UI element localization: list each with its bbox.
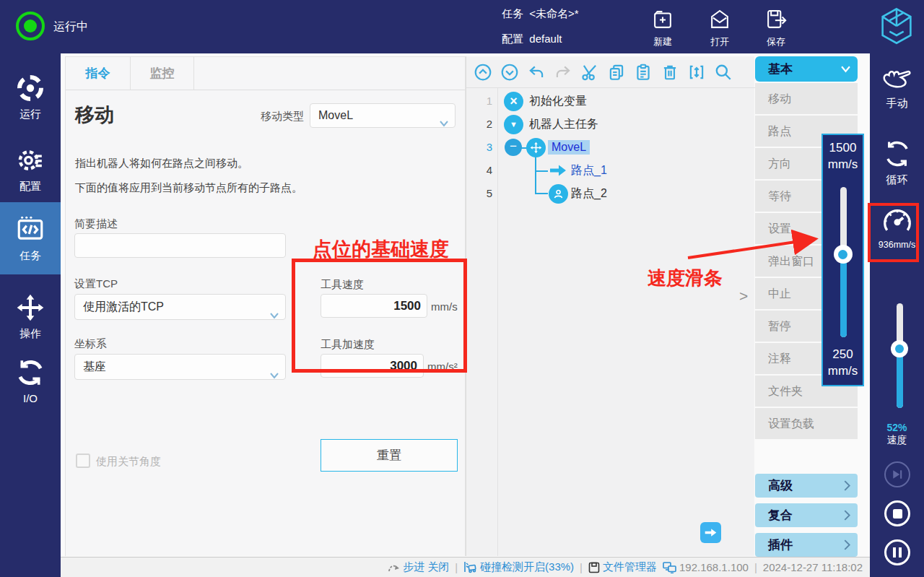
undo-icon[interactable]	[527, 63, 546, 82]
move-type-select[interactable]: MoveL	[310, 103, 456, 128]
popup-slider-thumb[interactable]	[834, 245, 853, 264]
popup-slider-track[interactable]	[840, 187, 847, 337]
sidebar-item-config[interactable]: 配置	[0, 134, 61, 204]
file-manager-link[interactable]: 文件管理器	[588, 560, 657, 574]
tool-acc-input[interactable]	[321, 354, 424, 378]
speed-value-label: 936mm/s	[870, 240, 924, 250]
use-joint-angle-checkbox[interactable]	[76, 454, 90, 468]
delete-icon[interactable]	[661, 63, 679, 82]
line-number: 2	[466, 118, 492, 130]
line-number: 4	[466, 164, 492, 176]
new-task-button[interactable]: 新建	[641, 8, 684, 48]
expand-down-icon[interactable]	[500, 63, 519, 82]
manual-mode-button[interactable]: 手动	[870, 66, 924, 110]
command-group-composite[interactable]: 复合	[755, 503, 858, 527]
search-icon[interactable]	[714, 63, 733, 82]
stop-button[interactable]	[884, 500, 910, 526]
ip-address: 192.168.1.100	[679, 561, 749, 573]
frame-value: 基座	[83, 360, 106, 373]
config-label: 配置	[502, 32, 523, 45]
panel-expand-chevron[interactable]: >	[739, 287, 748, 305]
merge-icon[interactable]	[687, 63, 706, 82]
sidebar-item-label: 操作	[0, 327, 61, 341]
init-variable-icon: ×	[504, 92, 523, 111]
collapse-up-icon[interactable]	[474, 63, 492, 82]
robot-pendant-screen: 运行中 任务 <未命名>* 配置 default 新建 打开	[0, 0, 924, 577]
brief-desc-input[interactable]	[74, 233, 286, 258]
command-group-advanced[interactable]: 高级	[755, 474, 858, 498]
main-task-icon: ▼	[504, 115, 523, 134]
task-code-icon	[15, 234, 45, 246]
popup-min-unit: mm/s	[823, 363, 863, 379]
tcp-select[interactable]: 使用激活的TCP	[74, 294, 286, 320]
run-icon	[16, 92, 45, 105]
step-status-label: 步进 关闭	[403, 560, 449, 574]
cut-icon[interactable]	[580, 63, 599, 82]
command-item-payload[interactable]: 设置负载	[755, 408, 858, 439]
global-speed-slider-thumb[interactable]	[891, 340, 908, 357]
sidebar-item-operate[interactable]: 操作	[0, 282, 61, 351]
command-item-move[interactable]: 移动	[755, 83, 858, 114]
top-bar: 运行中 任务 <未命名>* 配置 default 新建 打开	[0, 0, 924, 53]
tree-row[interactable]: 2 ▼ 机器人主任务	[466, 113, 755, 136]
speed-percent-value: 52%	[870, 422, 924, 433]
datetime: 2024-12-27 11:18:02	[763, 561, 863, 573]
description-line1: 指出机器人将如何在路点之间移动。	[75, 157, 248, 170]
sidebar-item-task[interactable]: 任务	[0, 202, 61, 274]
tree-row-selected[interactable]: 3 − MoveL	[466, 136, 755, 160]
copy-icon[interactable]	[607, 63, 626, 82]
tab-bar: 指令 监控	[66, 57, 465, 90]
redo-icon[interactable]	[554, 63, 572, 82]
step-status[interactable]: 步进 关闭	[388, 560, 449, 574]
tab-monitor[interactable]: 监控	[131, 57, 194, 90]
tree-node-label: 路点_2	[571, 186, 607, 201]
tree-row[interactable]: 5 路点_2	[466, 183, 755, 206]
collision-status[interactable]: 碰撞检测开启(33%)	[463, 560, 574, 574]
global-speed-slider-track[interactable]	[897, 303, 903, 408]
tcp-value: 使用激活的TCP	[83, 300, 164, 313]
save-task-button[interactable]: 保存	[754, 8, 798, 48]
new-task-icon	[651, 21, 674, 33]
new-task-label: 新建	[641, 35, 684, 48]
tree-row[interactable]: 1 × 初始化变量	[466, 90, 755, 113]
manual-mode-label: 手动	[870, 97, 924, 110]
step-button[interactable]	[884, 461, 910, 487]
pause-button[interactable]	[884, 539, 910, 565]
tab-instruction[interactable]: 指令	[66, 57, 131, 90]
chevron-down-icon	[440, 112, 448, 135]
network-icon	[663, 561, 676, 573]
save-task-icon	[764, 21, 788, 33]
chevron-right-icon	[844, 480, 850, 491]
speed-indicator-button[interactable]: 936mm/s	[870, 207, 924, 250]
loop-icon	[882, 159, 912, 171]
tree-row[interactable]: 4 路点_1	[466, 160, 755, 183]
sidebar-item-io[interactable]: I/O	[0, 347, 61, 416]
open-task-label: 打开	[698, 35, 741, 48]
next-page-button[interactable]	[700, 522, 721, 543]
network-status[interactable]: 192.168.1.100	[663, 561, 749, 573]
loop-mode-button[interactable]: 循环	[870, 139, 924, 187]
collision-status-label: 碰撞检测开启(33%)	[480, 560, 574, 574]
frame-select[interactable]: 基座	[74, 354, 286, 380]
chevron-down-icon	[270, 303, 279, 328]
paste-icon[interactable]	[634, 63, 653, 82]
collapse-node-icon[interactable]: −	[505, 139, 522, 156]
sidebar-item-run[interactable]: 运行	[0, 62, 61, 131]
sidebar-item-label: I/O	[0, 392, 61, 404]
page-title: 移动	[75, 102, 114, 128]
reset-button[interactable]: 重置	[321, 439, 458, 472]
step-toggle-icon	[388, 562, 400, 573]
status-bar: 步进 关闭 | 碰撞检测开启(33%) | 文件管理器 192.168.1.10…	[61, 557, 870, 577]
command-group-basic[interactable]: 基本	[755, 56, 858, 82]
popup-max-unit: mm/s	[823, 156, 863, 173]
separator: |	[754, 561, 757, 573]
basic-header-label: 基本	[768, 62, 793, 76]
tool-speed-input[interactable]	[321, 294, 427, 318]
line-number: 1	[466, 95, 492, 107]
program-tree-panel: 1 × 初始化变量 2 ▼ 机器人主任务 3 − MoveL 4 路点_1	[466, 56, 754, 556]
tree-node-label: 初始化变量	[529, 94, 587, 109]
tool-speed-unit: mm/s	[431, 300, 458, 313]
open-task-button[interactable]: 打开	[698, 8, 741, 48]
command-group-plugin[interactable]: 插件	[755, 533, 858, 557]
sidebar-item-label: 运行	[0, 108, 61, 121]
